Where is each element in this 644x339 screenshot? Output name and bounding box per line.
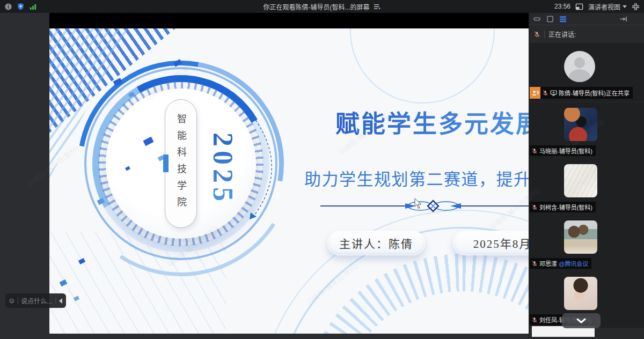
slide-subtitle: 助力学生规划第二赛道，提升综合 [304,166,529,190]
screen-share-icon [550,90,557,97]
participant-avatar [564,220,597,254]
speaking-indicator-row: 正在讲话: [529,26,644,42]
exit-fullscreen-icon[interactable] [632,3,640,11]
divider-ornament [320,199,529,213]
participant-avatar [564,277,597,310]
dashed-arrow-arc [240,109,288,224]
gallery-view-icon[interactable] [546,15,554,23]
participant-label: 马晓丽-辅导员(智科) [530,145,596,156]
participant-name: 马晓丽-辅导员(智科) [539,146,592,155]
sidebar-toolbar [529,13,644,25]
divider [544,31,545,38]
decor-shape [163,154,169,172]
participant-tile[interactable]: 马晓丽-辅导员(智科) [530,102,644,159]
decor-shape [258,210,529,334]
avatar-placeholder [564,51,595,82]
participant-label: 刘柯含-辅导员(智科) [530,202,596,212]
participants-sidebar: 正在讲话: 陈倩-辅导员(智科)正在共享 马晓丽-辅导员(智科) [529,13,644,339]
clock-time: 23:56 [554,3,570,10]
chat-quick-bar[interactable]: 说点什么... [5,293,66,308]
shared-screen-letterbox [49,13,529,28]
participant-tile[interactable]: 刘柯含-辅导员(智科) [530,159,644,215]
mouse-cursor [414,198,422,209]
speaker-name: 主讲人：陈倩 [339,235,413,251]
titlebar: 你正在观看陈倩-辅导员(智科...的屏幕 23:56 演讲者视图 [0,0,644,13]
presenter-badge-icon [530,87,540,99]
participant-label: 陈倩-辅导员(智科)正在共享 [530,87,633,99]
chevron-down-icon [576,318,586,323]
collapse-left-icon[interactable] [59,298,62,304]
slide-title: 赋能学生多元发展 [335,105,529,139]
mic-muted-icon [531,204,538,211]
shared-slide: 智能科技学院 2025 赋能学生多元发展 助力学生规划第二赛道，提升综合 主讲人… [49,28,529,334]
chat-input[interactable]: 说点什么... [21,296,52,305]
participant-tile[interactable]: 邓思潆 @腾讯会议 [530,215,644,271]
titlebar-center: 你正在观看陈倩-辅导员(智科...的屏幕 [0,0,644,13]
college-capsule: 智能科技学院 [165,99,197,228]
minimized-view-icon[interactable] [533,15,541,23]
participant-avatar [564,164,597,197]
participant-tag: @腾讯会议 [559,259,588,268]
watching-title: 你正在观看陈倩-辅导员(智科...的屏幕 [264,2,370,11]
participant-name: 邓思潆 [539,259,557,268]
share-menu-icon[interactable] [373,3,381,10]
divider [18,297,18,304]
college-name: 智能科技学院 [174,114,188,213]
divider [55,297,56,304]
list-view-icon-active[interactable] [559,15,567,23]
view-mode-label: 演讲者视图 [588,2,620,11]
meeting-app-window: 你正在观看陈倩-辅导员(智科...的屏幕 23:56 演讲者视图 [0,0,644,339]
emoji-icon[interactable] [9,297,14,305]
mic-muted-icon [531,148,538,154]
slide-date: 2025年8月23日 [473,235,529,251]
slide-year: 2025 [208,118,238,220]
speaking-label: 正在讲话: [548,30,576,39]
mic-muted-icon [542,90,548,97]
layout-icon [575,3,583,11]
participant-name: 刘柯含-辅导员(智科) [539,203,592,211]
speaker-pill: 主讲人：陈倩 [327,231,425,255]
scroll-more-participants-button[interactable] [562,313,601,328]
participant-name: 陈倩-辅导员(智科)正在共享 [559,89,630,97]
participant-tile[interactable]: 陈倩-辅导员(智科)正在共享 [530,43,644,102]
decor-shape [350,28,495,104]
mic-muted-icon [531,260,538,267]
mic-muted-icon [531,316,538,323]
titlebar-right: 23:56 演讲者视图 [554,0,640,13]
chevron-down-icon [623,5,627,8]
participant-avatar [564,108,597,141]
date-pill: 2025年8月23日 [453,231,529,255]
collapse-sidebar-icon[interactable] [619,15,627,23]
mic-muted-icon [533,31,540,38]
participant-label: 邓思潆 @腾讯会议 [530,258,591,269]
view-mode-dropdown[interactable]: 演讲者视图 [588,2,627,11]
